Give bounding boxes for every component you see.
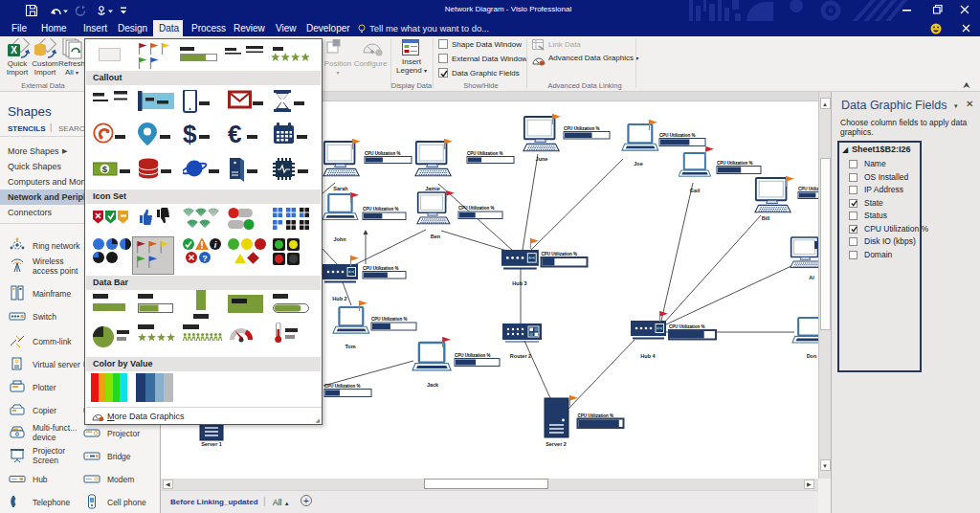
- svg-text:CPU Utilization %: CPU Utilization %: [363, 266, 399, 271]
- svg-text:Server 2: Server 2: [546, 441, 567, 447]
- svg-text:CPU Utilization %: CPU Utilization %: [669, 324, 705, 329]
- svg-text:CPU Utilization %: CPU Utilization %: [542, 252, 578, 256]
- svg-text:CPU Utilization %: CPU Utilization %: [564, 126, 600, 131]
- svg-text:CPU Utilization %: CPU Utilization %: [365, 151, 401, 156]
- svg-text:CPU Utilization %: CPU Utilization %: [458, 206, 495, 211]
- svg-text:CPU Utilization %: CPU Utilization %: [578, 413, 614, 418]
- svg-text:Hub 2: Hub 2: [332, 296, 346, 301]
- svg-text:CPU Utilization %: CPU Utilization %: [798, 187, 818, 191]
- svg-text:Bill: Bill: [762, 215, 770, 221]
- svg-text:Joe: Joe: [634, 161, 642, 167]
- svg-text:Jamie: Jamie: [425, 186, 440, 191]
- svg-text:X: X: [11, 45, 17, 56]
- svg-text:CPU Utilization %: CPU Utilization %: [371, 317, 408, 322]
- svg-text:CPU Utilization %: CPU Utilization %: [455, 353, 491, 358]
- svg-text:CPU Utilization %: CPU Utilization %: [324, 384, 361, 389]
- svg-text:CPU Utilization %: CPU Utilization %: [467, 151, 503, 156]
- svg-text:CPU Utilization %: CPU Utilization %: [659, 133, 696, 138]
- svg-text:Ben: Ben: [431, 234, 441, 239]
- svg-text:Gail: Gail: [690, 188, 701, 193]
- svg-text:Sarah: Sarah: [333, 186, 348, 191]
- svg-text:John: John: [333, 236, 346, 242]
- svg-text:Jack: Jack: [427, 382, 439, 388]
- svg-text:€: €: [228, 123, 241, 148]
- svg-text:$: $: [102, 164, 108, 174]
- svg-text:Hub 3: Hub 3: [512, 280, 526, 286]
- svg-text:?: ?: [202, 254, 208, 263]
- svg-text:Al: Al: [809, 275, 814, 280]
- svg-text:Router 2: Router 2: [510, 353, 531, 359]
- svg-text:Tom: Tom: [345, 344, 355, 349]
- svg-text:Server 1: Server 1: [201, 441, 222, 447]
- svg-text:Don: Don: [807, 353, 817, 359]
- svg-text:CPU Utilization %: CPU Utilization %: [363, 207, 399, 212]
- svg-text:June: June: [536, 156, 548, 162]
- svg-text:$: $: [183, 123, 197, 148]
- svg-text:Hub 4: Hub 4: [640, 353, 656, 359]
- svg-text:CPU Utilization %: CPU Utilization %: [717, 161, 753, 166]
